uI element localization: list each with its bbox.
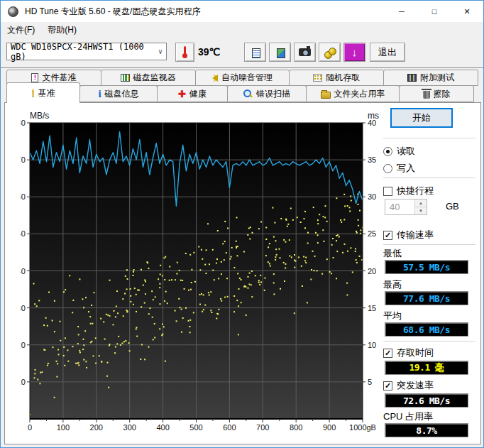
min-label: 最低 [383, 247, 480, 260]
separator [383, 177, 475, 179]
tab-erase[interactable]: 擦除 [399, 85, 474, 102]
minimize-button[interactable]: ─ [385, 1, 418, 22]
exit-button[interactable]: 退出 [370, 43, 405, 62]
spin-down-button[interactable]: ▼ [415, 207, 427, 214]
read-radio[interactable] [383, 147, 392, 156]
tab-disk-info[interactable]: i 磁盘信息 [79, 85, 158, 102]
tab-label: 擦除 [434, 88, 451, 100]
svg-text:300: 300 [123, 423, 136, 432]
random-access-icon [313, 74, 322, 82]
svg-text:MB/s: MB/s [30, 111, 49, 121]
drive-select[interactable]: WDC WD10SPCX-24HWST1 (1000 gB) ∨ [6, 43, 167, 60]
burst-label: 突发速率 [397, 379, 434, 392]
spin-up-button[interactable]: ▲ [415, 200, 427, 207]
svg-text:800: 800 [290, 423, 302, 432]
folder-icon [321, 92, 331, 99]
copy-text-button[interactable] [244, 43, 266, 62]
read-label: 读取 [397, 145, 415, 158]
temperature-button[interactable] [175, 43, 194, 62]
tab-label: 随机存取 [326, 72, 360, 84]
short-stroke-unit: GB [446, 201, 459, 212]
access-time-option[interactable]: ✓ 存取时间 [383, 346, 480, 359]
svg-text:15: 15 [368, 304, 376, 312]
download-icon: ↓ [352, 47, 358, 58]
tab-label: 附加测试 [420, 72, 454, 84]
separator [383, 341, 475, 342]
burst-checkbox[interactable]: ✓ [383, 381, 392, 390]
svg-text:500: 500 [189, 423, 202, 432]
svg-text:5: 5 [368, 378, 372, 386]
copy-image-button[interactable] [269, 43, 291, 62]
transfer-checkbox[interactable]: ✓ [383, 231, 392, 240]
svg-text:30: 30 [21, 304, 26, 312]
tab-error-scan[interactable]: 错误扫描 [227, 85, 307, 102]
tab-extra-tests[interactable]: 附加测试 [383, 70, 478, 86]
control-panel: 开始 读取 写入 ✓ 快捷行程 40 ▲ ▼ [383, 106, 480, 440]
access-time-display: 19.1 毫 [385, 361, 468, 375]
short-stroke-size-field[interactable]: 40 ▲ ▼ [385, 199, 427, 215]
start-button[interactable]: 开始 [390, 108, 453, 128]
screenshot-button[interactable] [294, 43, 316, 62]
separator [383, 244, 475, 246]
speaker-icon [212, 75, 218, 82]
tab-health[interactable]: ✚ 健康 [157, 85, 228, 102]
svg-text:10: 10 [368, 341, 376, 349]
svg-text:40: 40 [21, 267, 26, 275]
extra-tests-icon [407, 74, 417, 82]
benchmark-icon: ! [31, 87, 35, 99]
tab-row-primary: ! 基准 i 磁盘信息 ✚ 健康 错误扫描 文件夹占用率 擦除 [6, 85, 478, 102]
menu-bar: 文件(F) 帮助(H) [1, 22, 483, 38]
burst-option[interactable]: ✓ 突发速率 [383, 379, 480, 392]
drive-select-value: WDC WD10SPCX-24HWST1 (1000 gB) [11, 42, 158, 62]
tab-aam[interactable]: 自动噪音管理 [195, 70, 290, 86]
svg-text:400: 400 [156, 423, 169, 432]
transfer-option[interactable]: ✓ 传输速率 [383, 229, 480, 241]
tab-label: 健康 [189, 88, 207, 100]
menu-help[interactable]: 帮助(H) [41, 22, 83, 38]
short-stroke-size-value: 40 [385, 200, 414, 214]
thermometer-icon [182, 46, 188, 58]
benchmark-page: 8070605040302010403530252015105010020030… [4, 102, 481, 444]
transfer-label: 传输速率 [397, 229, 434, 241]
read-option[interactable]: 读取 [383, 145, 480, 158]
camera-icon [299, 48, 311, 56]
svg-text:20: 20 [21, 341, 26, 349]
write-radio[interactable] [383, 164, 392, 173]
tab-disk-monitor[interactable]: 磁盘监视器 [101, 70, 196, 86]
benchmark-chart: 8070605040302010403530252015105010020030… [21, 104, 384, 441]
info-icon: i [98, 88, 101, 100]
copy-text-icon [252, 48, 260, 58]
disk-monitor-icon [121, 74, 130, 82]
title-bar: HD Tune 专业版 5.60 - 硬盘/固态硬盘实用程序 ─ □ ✕ [1, 1, 483, 22]
burst-display: 72.6 MB/s [385, 393, 468, 408]
toolbar: WDC WD10SPCX-24HWST1 (1000 gB) ∨ 39℃ ↓ 退… [1, 38, 483, 68]
svg-text:20: 20 [368, 267, 376, 275]
coins-icon [324, 47, 336, 58]
maximize-button[interactable]: □ [418, 1, 451, 22]
close-button[interactable]: ✕ [451, 1, 483, 22]
menu-file[interactable]: 文件(F) [1, 22, 41, 38]
write-option[interactable]: 写入 [383, 162, 480, 175]
health-cross-icon: ✚ [178, 89, 186, 99]
tab-benchmark[interactable]: ! 基准 [6, 82, 80, 103]
coins-button[interactable] [319, 43, 341, 62]
tab-label: 磁盘监视器 [133, 72, 176, 84]
svg-text:10: 10 [21, 378, 26, 386]
svg-text:1000gB: 1000gB [349, 423, 376, 432]
tab-random-access[interactable]: 随机存取 [289, 70, 384, 86]
svg-text:35: 35 [368, 155, 376, 164]
svg-text:70: 70 [21, 155, 26, 164]
download-button[interactable]: ↓ [343, 43, 365, 62]
access-time-label: 存取时间 [397, 346, 434, 359]
app-icon [8, 6, 18, 17]
short-stroke-checkbox[interactable]: ✓ [383, 187, 392, 196]
tab-folder-usage[interactable]: 文件夹占用率 [306, 85, 400, 102]
svg-text:100: 100 [57, 423, 70, 432]
access-time-checkbox[interactable]: ✓ [383, 349, 392, 358]
svg-text:600: 600 [223, 423, 236, 432]
separator [383, 138, 475, 139]
svg-text:30: 30 [368, 192, 376, 201]
tab-label: 文件夹占用率 [334, 88, 385, 100]
short-stroke-option[interactable]: ✓ 快捷行程 [383, 185, 480, 197]
window-title: HD Tune 专业版 5.60 - 硬盘/固态硬盘实用程序 [25, 6, 200, 18]
